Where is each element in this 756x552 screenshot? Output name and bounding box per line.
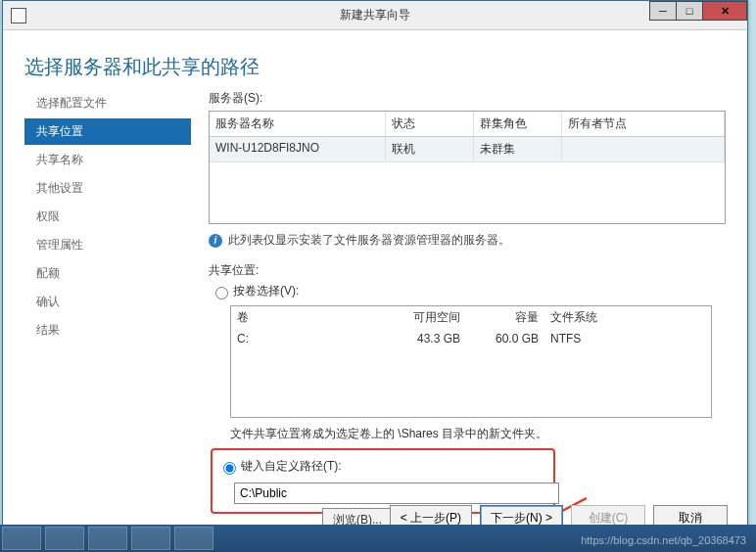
col-server-name[interactable]: 服务器名称 — [210, 112, 386, 136]
window-title: 新建共享向导 — [340, 7, 410, 23]
custom-path-highlight: 键入自定义路径(T): — [211, 448, 555, 514]
info-text: i 此列表仅显示安装了文件服务器资源管理器的服务器。 — [209, 232, 726, 249]
col-free[interactable]: 可用空间 — [388, 306, 466, 329]
radio-custom-path[interactable]: 键入自定义路径(T): — [218, 458, 547, 475]
radio-custom-path-input[interactable] — [223, 462, 236, 475]
custom-path-input[interactable] — [234, 483, 559, 504]
nav-select-profile[interactable]: 选择配置文件 — [24, 90, 191, 116]
server-label: 服务器(S): — [209, 90, 726, 107]
wizard-nav: 选择配置文件 共享位置 共享名称 其他设置 权限 管理属性 配额 确认 结果 — [24, 90, 191, 538]
nav-confirm: 确认 — [24, 289, 191, 315]
col-capacity[interactable]: 容量 — [466, 306, 544, 329]
maximize-button[interactable]: □ — [676, 1, 703, 21]
taskbar[interactable] — [0, 525, 756, 552]
table-row[interactable]: C: 43.3 GB 60.0 GB NTFS — [231, 329, 711, 348]
close-button[interactable]: ✕ — [702, 1, 747, 21]
page-title: 选择服务器和此共享的路径 — [3, 30, 747, 90]
nav-quota: 配额 — [24, 260, 191, 287]
nav-share-name: 共享名称 — [24, 147, 191, 173]
radio-by-volume[interactable]: 按卷选择(V): — [211, 283, 726, 299]
location-label: 共享位置: — [209, 262, 726, 279]
taskbar-item[interactable] — [174, 527, 213, 550]
nav-permissions: 权限 — [24, 204, 191, 230]
server-table[interactable]: 服务器名称 状态 群集角色 所有者节点 WIN-U12D8FI8JNO 联机 未… — [209, 111, 726, 224]
taskbar-item[interactable] — [131, 527, 170, 550]
taskbar-item[interactable] — [45, 527, 84, 550]
app-icon — [11, 8, 26, 23]
nav-management-props: 管理属性 — [24, 232, 191, 258]
radio-by-volume-input[interactable] — [215, 287, 228, 299]
titlebar[interactable]: 新建共享向导 ─ □ ✕ — [3, 1, 747, 30]
volume-table[interactable]: 卷 可用空间 容量 文件系统 C: 43.3 GB 60.0 GB NTFS — [230, 305, 712, 418]
taskbar-item[interactable] — [2, 527, 41, 550]
col-filesystem[interactable]: 文件系统 — [544, 306, 711, 329]
minimize-button[interactable]: ─ — [649, 1, 677, 21]
info-icon: i — [209, 234, 222, 248]
table-row[interactable]: WIN-U12D8FI8JNO 联机 未群集 — [210, 137, 725, 162]
col-role[interactable]: 群集角色 — [474, 112, 562, 136]
nav-share-location[interactable]: 共享位置 — [24, 118, 191, 145]
nav-other-settings: 其他设置 — [24, 175, 191, 202]
nav-results: 结果 — [24, 317, 191, 344]
col-status[interactable]: 状态 — [386, 112, 474, 136]
taskbar-item[interactable] — [88, 527, 127, 550]
col-owner[interactable]: 所有者节点 — [562, 112, 725, 136]
col-volume[interactable]: 卷 — [231, 306, 388, 329]
shares-folder-note: 文件共享位置将成为选定卷上的 \Shares 目录中的新文件夹。 — [230, 426, 726, 442]
